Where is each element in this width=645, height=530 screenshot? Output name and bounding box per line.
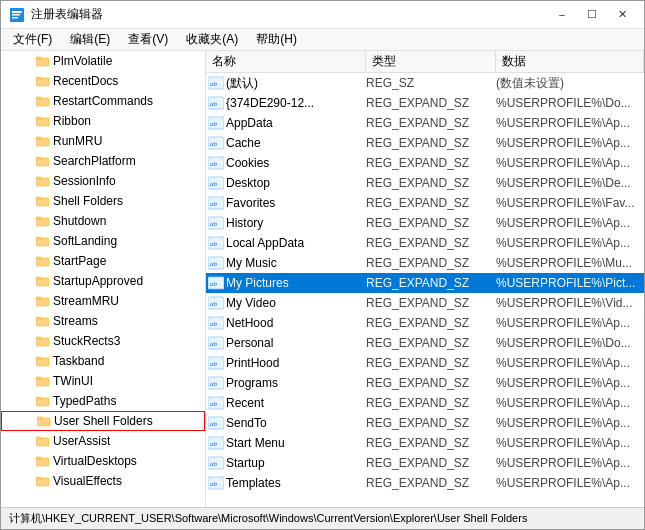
reg-type: REG_EXPAND_SZ bbox=[366, 356, 496, 370]
menu-file[interactable]: 文件(F) bbox=[5, 29, 60, 50]
tree-item[interactable]: User Shell Folders bbox=[1, 411, 205, 431]
folder-icon bbox=[35, 474, 51, 488]
reg-value-icon: ab bbox=[206, 433, 226, 453]
menu-help[interactable]: 帮助(H) bbox=[248, 29, 305, 50]
tree-item[interactable]: SearchPlatform bbox=[1, 151, 205, 171]
registry-row[interactable]: ab RecentREG_EXPAND_SZ%USERPROFILE%\Ap..… bbox=[206, 393, 644, 413]
tree-item[interactable]: SessionInfo bbox=[1, 171, 205, 191]
tree-item[interactable]: SoftLanding bbox=[1, 231, 205, 251]
tree-item[interactable]: StartPage bbox=[1, 251, 205, 271]
folder-icon bbox=[35, 194, 51, 208]
tree-item[interactable]: TypedPaths bbox=[1, 391, 205, 411]
registry-row[interactable]: ab PersonalREG_EXPAND_SZ%USERPROFILE%\Do… bbox=[206, 333, 644, 353]
svg-text:ab: ab bbox=[210, 260, 218, 268]
folder-icon bbox=[35, 134, 51, 148]
registry-row[interactable]: ab AppDataREG_EXPAND_SZ%USERPROFILE%\Ap.… bbox=[206, 113, 644, 133]
svg-text:ab: ab bbox=[210, 180, 218, 188]
svg-text:ab: ab bbox=[210, 240, 218, 248]
registry-row[interactable]: ab PrintHoodREG_EXPAND_SZ%USERPROFILE%\A… bbox=[206, 353, 644, 373]
registry-row[interactable]: ab ProgramsREG_EXPAND_SZ%USERPROFILE%\Ap… bbox=[206, 373, 644, 393]
svg-text:ab: ab bbox=[210, 480, 218, 488]
registry-row[interactable]: ab DesktopREG_EXPAND_SZ%USERPROFILE%\De.… bbox=[206, 173, 644, 193]
tree-item[interactable]: Taskband bbox=[1, 351, 205, 371]
registry-row[interactable]: ab NetHoodREG_EXPAND_SZ%USERPROFILE%\Ap.… bbox=[206, 313, 644, 333]
registry-row[interactable]: ab (默认)REG_SZ(数值未设置) bbox=[206, 73, 644, 93]
reg-name: My Video bbox=[226, 296, 366, 310]
reg-data: %USERPROFILE%\Ap... bbox=[496, 236, 644, 250]
reg-type: REG_EXPAND_SZ bbox=[366, 456, 496, 470]
tree-item[interactable]: Streams bbox=[1, 311, 205, 331]
tree-arrow-icon bbox=[21, 314, 35, 328]
tree-panel[interactable]: PlmVolatile RecentDocs RestartCommands R… bbox=[1, 51, 206, 507]
tree-arrow-icon bbox=[21, 54, 35, 68]
reg-data: %USERPROFILE%\De... bbox=[496, 176, 644, 190]
col-header-data[interactable]: 数据 bbox=[496, 51, 644, 72]
registry-row[interactable]: ab HistoryREG_EXPAND_SZ%USERPROFILE%\Ap.… bbox=[206, 213, 644, 233]
tree-item[interactable]: VirtualDesktops bbox=[1, 451, 205, 471]
folder-icon bbox=[35, 354, 51, 368]
tree-item[interactable]: Shutdown bbox=[1, 211, 205, 231]
svg-rect-51 bbox=[36, 357, 41, 359]
tree-item[interactable]: RestartCommands bbox=[1, 91, 205, 111]
col-header-name[interactable]: 名称 bbox=[206, 51, 366, 72]
svg-text:ab: ab bbox=[210, 100, 218, 108]
folder-icon bbox=[35, 154, 51, 168]
svg-rect-45 bbox=[36, 317, 41, 319]
registry-row[interactable]: ab Start MenuREG_EXPAND_SZ%USERPROFILE%\… bbox=[206, 433, 644, 453]
minimize-button[interactable]: − bbox=[548, 5, 576, 25]
menu-edit[interactable]: 编辑(E) bbox=[62, 29, 118, 50]
svg-text:ab: ab bbox=[210, 360, 218, 368]
folder-icon bbox=[35, 94, 51, 108]
tree-arrow-icon bbox=[21, 234, 35, 248]
registry-row[interactable]: ab FavoritesREG_EXPAND_SZ%USERPROFILE%\F… bbox=[206, 193, 644, 213]
reg-value-icon: ab bbox=[206, 93, 226, 113]
registry-row[interactable]: ab CacheREG_EXPAND_SZ%USERPROFILE%\Ap... bbox=[206, 133, 644, 153]
tree-item[interactable]: StartupApproved bbox=[1, 271, 205, 291]
menu-bar: 文件(F) 编辑(E) 查看(V) 收藏夹(A) 帮助(H) bbox=[1, 29, 644, 51]
reg-data: %USERPROFILE%\Ap... bbox=[496, 116, 644, 130]
tree-item[interactable]: Shell Folders bbox=[1, 191, 205, 211]
menu-favorites[interactable]: 收藏夹(A) bbox=[178, 29, 246, 50]
registry-rows[interactable]: ab (默认)REG_SZ(数值未设置) ab {374DE290-12...R… bbox=[206, 73, 644, 507]
tree-item[interactable]: PlmVolatile bbox=[1, 51, 205, 71]
reg-value-icon: ab bbox=[206, 253, 226, 273]
tree-label: User Shell Folders bbox=[54, 414, 153, 428]
registry-row[interactable]: ab CookiesREG_EXPAND_SZ%USERPROFILE%\Ap.… bbox=[206, 153, 644, 173]
svg-rect-2 bbox=[12, 14, 20, 16]
tree-label: SessionInfo bbox=[53, 174, 116, 188]
tree-item[interactable]: Ribbon bbox=[1, 111, 205, 131]
svg-rect-30 bbox=[36, 217, 41, 219]
tree-item[interactable]: UserAssist bbox=[1, 431, 205, 451]
tree-arrow-icon bbox=[21, 194, 35, 208]
registry-row[interactable]: ab My PicturesREG_EXPAND_SZ%USERPROFILE%… bbox=[206, 273, 644, 293]
svg-rect-6 bbox=[36, 57, 41, 59]
reg-value-icon: ab bbox=[206, 293, 226, 313]
registry-panel: 名称 类型 数据 ab (默认)REG_SZ(数值未设置) ab {374DE2… bbox=[206, 51, 644, 507]
maximize-button[interactable]: ☐ bbox=[578, 5, 606, 25]
tree-label: PlmVolatile bbox=[53, 54, 112, 68]
tree-item[interactable]: StuckRects3 bbox=[1, 331, 205, 351]
reg-data: %USERPROFILE%\Do... bbox=[496, 96, 644, 110]
registry-row[interactable]: ab TemplatesREG_EXPAND_SZ%USERPROFILE%\A… bbox=[206, 473, 644, 493]
registry-row[interactable]: ab {374DE290-12...REG_EXPAND_SZ%USERPROF… bbox=[206, 93, 644, 113]
close-button[interactable]: ✕ bbox=[608, 5, 636, 25]
reg-value-icon: ab bbox=[206, 153, 226, 173]
col-header-type[interactable]: 类型 bbox=[366, 51, 496, 72]
reg-name: SendTo bbox=[226, 416, 366, 430]
reg-data: %USERPROFILE%\Do... bbox=[496, 336, 644, 350]
tree-item[interactable]: StreamMRU bbox=[1, 291, 205, 311]
tree-item[interactable]: VisualEffects bbox=[1, 471, 205, 491]
registry-row[interactable]: ab My VideoREG_EXPAND_SZ%USERPROFILE%\Vi… bbox=[206, 293, 644, 313]
folder-icon bbox=[35, 274, 51, 288]
tree-item[interactable]: RunMRU bbox=[1, 131, 205, 151]
tree-item[interactable]: RecentDocs bbox=[1, 71, 205, 91]
registry-row[interactable]: ab StartupREG_EXPAND_SZ%USERPROFILE%\Ap.… bbox=[206, 453, 644, 473]
svg-text:ab: ab bbox=[210, 460, 218, 468]
registry-row[interactable]: ab SendToREG_EXPAND_SZ%USERPROFILE%\Ap..… bbox=[206, 413, 644, 433]
reg-type: REG_EXPAND_SZ bbox=[366, 116, 496, 130]
tree-label: Streams bbox=[53, 314, 98, 328]
menu-view[interactable]: 查看(V) bbox=[120, 29, 176, 50]
tree-item[interactable]: TWinUI bbox=[1, 371, 205, 391]
registry-row[interactable]: ab Local AppDataREG_EXPAND_SZ%USERPROFIL… bbox=[206, 233, 644, 253]
registry-row[interactable]: ab My MusicREG_EXPAND_SZ%USERPROFILE%\Mu… bbox=[206, 253, 644, 273]
